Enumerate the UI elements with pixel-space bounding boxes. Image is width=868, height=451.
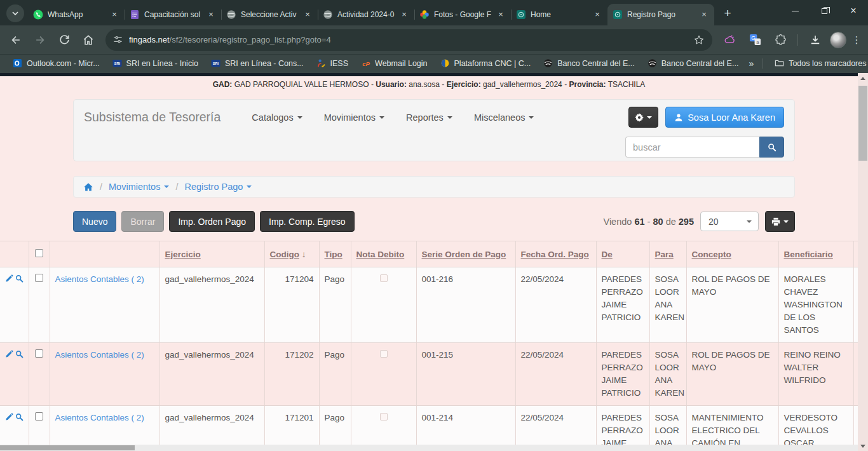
cell-para: SOSA LOOR ANA KAREN: [649, 342, 686, 405]
header-fecha[interactable]: Fecha Ord. Pago: [515, 241, 596, 267]
view-magnifier-icon[interactable]: [15, 412, 24, 422]
header-de[interactable]: De: [596, 241, 649, 267]
minimize-button[interactable]: [780, 0, 810, 22]
select-all-checkbox[interactable]: [35, 249, 43, 257]
all-bookmarks-button[interactable]: Todos los marcadores: [770, 57, 868, 71]
tab-close-icon[interactable]: ×: [699, 10, 709, 20]
view-magnifier-icon[interactable]: [15, 349, 24, 359]
tab-registro-pago-active[interactable]: Registro Pago ×: [607, 4, 714, 25]
home-button[interactable]: [78, 29, 99, 51]
tab-search-button[interactable]: [6, 4, 24, 22]
edit-pencil-icon[interactable]: [5, 412, 13, 422]
bookmarks-bar: Outlook.com - Micr... SRI SRI en Línea -…: [0, 54, 868, 73]
user-account-button[interactable]: Sosa Loor Ana Karen: [665, 107, 784, 128]
profile-avatar[interactable]: [830, 32, 846, 48]
tab-close-icon[interactable]: ×: [109, 10, 119, 20]
asientos-contables-link[interactable]: Asientos Contables ( 2): [55, 350, 144, 360]
tab-home[interactable]: Home ×: [511, 4, 607, 25]
horizontal-scrollbar[interactable]: [0, 445, 858, 451]
scroll-up-arrow[interactable]: [858, 73, 868, 83]
cell-para: SOSA LOOR ANA KAREN: [649, 267, 686, 343]
chevron-down-icon: [11, 10, 19, 17]
header-beneficiario[interactable]: Beneficiario: [778, 241, 853, 267]
menu-miscelaneos[interactable]: Miscelaneos: [474, 112, 534, 123]
tab-whatsapp[interactable]: WhatsApp ×: [28, 4, 125, 25]
menu-catalogos[interactable]: Catalogos: [252, 112, 302, 123]
forward-button[interactable]: [29, 29, 51, 51]
address-bar[interactable]: fingads.net/sf2/tesoreria/registro_pago_…: [105, 29, 712, 51]
bookmark-cnc[interactable]: Plataforma CNC | C...: [435, 57, 536, 71]
page-size-select[interactable]: 20: [700, 212, 759, 231]
tab-capacitacion[interactable]: Capacitación sol ×: [125, 4, 221, 25]
bookmark-banco-central-2[interactable]: Banco Central del E...: [642, 57, 744, 71]
tab-close-icon[interactable]: ×: [592, 10, 602, 20]
header-tipo[interactable]: Tipo: [319, 241, 351, 267]
view-magnifier-icon[interactable]: [15, 274, 24, 283]
weather-extension-icon[interactable]: [719, 29, 740, 51]
cell-serie: 001-215: [416, 342, 515, 405]
browser-menu-icon[interactable]: ⋮: [850, 34, 863, 46]
nota-debito-checkbox: [380, 274, 388, 282]
asientos-contables-link[interactable]: Asientos Contables ( 2): [55, 413, 144, 422]
new-tab-button[interactable]: +: [719, 5, 736, 22]
tab-actividad[interactable]: Actividad 2024-0 ×: [318, 4, 414, 25]
search-input[interactable]: [625, 137, 759, 158]
menu-movimientos[interactable]: Movimientos: [324, 112, 384, 123]
tab-fotos[interactable]: Fotos - Google F ×: [414, 4, 511, 25]
vertical-scrollbar[interactable]: [858, 73, 868, 451]
bookmarks-overflow-button[interactable]: »: [746, 58, 756, 69]
breadcrumb-registro-pago[interactable]: Registro Pago: [184, 182, 252, 192]
header-ejercicio[interactable]: Ejercicio: [159, 241, 264, 267]
scroll-down-arrow[interactable]: [858, 441, 868, 451]
print-button[interactable]: [765, 211, 795, 232]
bookmark-sri-inicio[interactable]: SRI SRI en Línea - Inicio: [107, 57, 203, 71]
edit-pencil-icon[interactable]: [5, 349, 13, 359]
bookmark-banco-central-1[interactable]: Banco Central del E...: [538, 57, 640, 71]
bookmark-webmail[interactable]: cP Webmail Login: [356, 57, 432, 71]
tab-close-icon[interactable]: ×: [206, 10, 216, 20]
nuevo-button[interactable]: Nuevo: [73, 211, 116, 232]
row-checkbox[interactable]: [35, 349, 43, 358]
search-button[interactable]: [759, 137, 784, 158]
borrar-button[interactable]: Borrar: [121, 211, 164, 232]
breadcrumb-home-button[interactable]: [83, 182, 93, 192]
bookmark-outlook[interactable]: Outlook.com - Micr...: [8, 57, 105, 71]
header-concepto[interactable]: Concepto: [686, 241, 778, 267]
row-checkbox[interactable]: [35, 412, 43, 421]
header-para[interactable]: Para: [649, 241, 686, 267]
bookmark-star-icon[interactable]: [693, 34, 705, 46]
tab-title: Home: [531, 10, 588, 19]
header-codigo[interactable]: Codigo ↓: [264, 241, 319, 267]
restore-button[interactable]: [810, 0, 839, 22]
all-bookmarks-label: Todos los marcadores: [789, 59, 866, 68]
row-checkbox[interactable]: [35, 274, 43, 282]
tab-close-icon[interactable]: ×: [302, 10, 313, 20]
bookmark-sri-consultas[interactable]: SRI SRI en Línea - Cons...: [206, 57, 309, 71]
tab-close-icon[interactable]: ×: [496, 10, 506, 20]
downloads-button[interactable]: [804, 29, 826, 51]
horizontal-scrollbar-thumb[interactable]: [0, 445, 135, 450]
app-navbar: Subsistema de Tesorería Catalogos Movimi…: [73, 99, 795, 161]
tab-seleccione[interactable]: Seleccione Activ ×: [221, 4, 318, 25]
minimize-icon: [792, 11, 799, 11]
edit-pencil-icon[interactable]: [5, 274, 13, 283]
settings-button[interactable]: [628, 107, 658, 128]
url-host: fingads.net: [129, 35, 170, 44]
imp-orden-pago-button[interactable]: Imp. Orden Pago: [169, 211, 255, 232]
header-nota-debito[interactable]: Nota Debito: [351, 241, 416, 267]
menu-reportes[interactable]: Reportes: [406, 112, 452, 123]
bookmark-iess[interactable]: IESS: [311, 57, 354, 71]
back-button[interactable]: [5, 29, 27, 51]
close-button[interactable]: ×: [839, 0, 868, 22]
header-serie[interactable]: Serie Orden de Pago: [416, 241, 515, 267]
vertical-scrollbar-thumb[interactable]: [858, 86, 867, 161]
imp-comp-egreso-button[interactable]: Imp. Comp. Egreso: [260, 211, 355, 232]
translate-icon[interactable]: Ga: [744, 29, 766, 51]
tab-close-icon[interactable]: ×: [399, 10, 409, 20]
gear-icon: [635, 113, 644, 122]
breadcrumb-movimientos[interactable]: Movimientos: [109, 182, 169, 192]
extensions-puzzle-icon[interactable]: [770, 29, 791, 51]
reload-button[interactable]: [53, 29, 75, 51]
asientos-contables-link[interactable]: Asientos Contables ( 2): [55, 274, 144, 284]
fingads-logo-icon: [613, 10, 623, 20]
